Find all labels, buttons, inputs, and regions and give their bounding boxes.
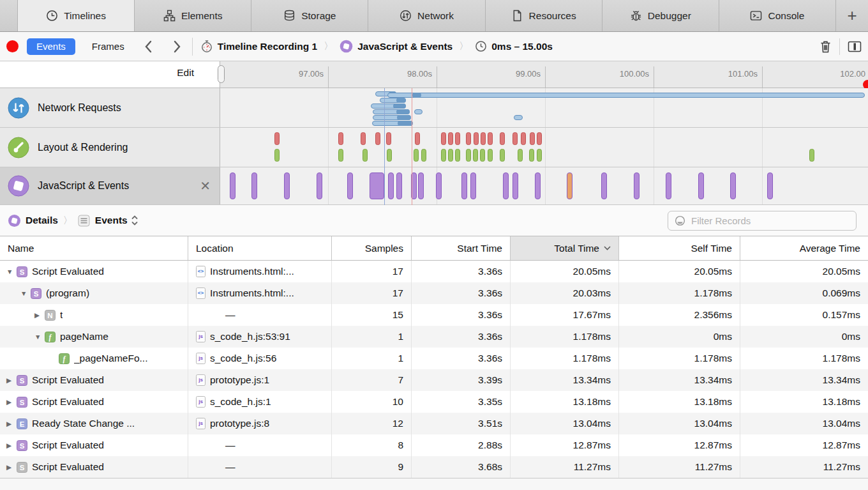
disclosure-triangle-icon[interactable]: ▶ [34, 311, 45, 319]
forward-button[interactable] [172, 40, 182, 54]
overview-row-network[interactable]: Network Requests [0, 88, 868, 128]
breadcrumb-item[interactable]: Timeline Recording 1 [200, 40, 317, 53]
layout-event-bar [386, 132, 391, 145]
details-sidebar-toggle-button[interactable] [848, 41, 862, 52]
column-header-average-time[interactable]: Average Time [740, 236, 868, 260]
clear-timeline-button[interactable] [819, 40, 832, 54]
cell-location[interactable]: jss_code_h.js:1 [188, 391, 332, 413]
column-header-name[interactable]: Name [0, 236, 188, 260]
disclosure-triangle-icon[interactable]: ▶ [6, 376, 17, 384]
table-row[interactable]: ▶SScript Evaluated—82.88s12.87ms12.87ms1… [0, 434, 868, 456]
disclosure-triangle-icon[interactable]: ▶ [6, 398, 17, 406]
js-file-icon: js [196, 374, 206, 386]
cell-samples: 12 [332, 413, 412, 434]
overview-row-label: Layout & Rendering [38, 142, 128, 153]
overview-sidebar-cell[interactable]: JavaScript & Events✕ [0, 167, 220, 204]
column-header-start-time[interactable]: Start Time [412, 236, 511, 260]
record-button[interactable] [6, 40, 19, 52]
layout-event-bar [537, 132, 542, 145]
column-header-samples[interactable]: Samples [332, 236, 412, 260]
cell-location[interactable]: jsprototype.js:1 [188, 369, 332, 391]
overview-row-layout[interactable]: Layout & Rendering [0, 128, 868, 167]
inspector-tab-bar: TimelinesElementsStorageNetworkResources… [0, 0, 868, 32]
tab-elements[interactable]: Elements [135, 0, 251, 31]
events-toggle-button[interactable]: Events [27, 38, 75, 55]
ruler-tick-line [437, 66, 437, 88]
table-row[interactable]: ▼fpageNamejss_code_h.js:53:9113.36s1.178… [0, 326, 868, 348]
table-row[interactable]: ▶EReady State Change ...jsprototype.js:8… [0, 413, 868, 434]
paint-event-bar [529, 149, 534, 162]
table-row[interactable]: ▶SScript Evaluatedjss_code_h.js:1103.35s… [0, 391, 868, 413]
tab-console[interactable]: Console [719, 0, 836, 31]
table-row[interactable]: ▶SScript Evaluated—93.68s11.27ms11.27ms1… [0, 456, 868, 478]
disclosure-triangle-icon[interactable]: ▼ [20, 289, 31, 297]
table-row[interactable]: ▼S(program)<>Instruments.html:...173.36s… [0, 282, 868, 304]
back-button[interactable] [144, 40, 153, 54]
cell-location[interactable]: <>Instruments.html:... [188, 261, 332, 282]
breadcrumb-item[interactable]: 0ms – 15.00s [475, 40, 553, 52]
table-header: NameLocationSamplesStart TimeTotal TimeS… [0, 236, 868, 261]
tab-bar-spacer [0, 0, 18, 31]
overview-sidebar-cell[interactable]: Network Requests [0, 88, 220, 127]
disclosure-triangle-icon[interactable]: ▶ [6, 420, 17, 427]
frames-toggle-button[interactable]: Frames [92, 41, 124, 52]
overview-sidebar-cell[interactable]: Layout & Rendering [0, 128, 220, 167]
cell-avg: 0.157ms [740, 304, 868, 326]
ruler-tick-line [545, 66, 546, 88]
tab-label: Resources [529, 10, 576, 22]
script-event-bar [370, 172, 384, 199]
tab-network[interactable]: Network [368, 0, 485, 31]
disclosure-triangle-icon[interactable]: ▶ [6, 441, 17, 449]
tab-label: Console [768, 10, 804, 22]
edit-instruments-button[interactable]: Edit [177, 67, 194, 79]
event-type-badge: S [31, 288, 41, 299]
table-row[interactable]: ▶SScript Evaluatedjsprototype.js:173.39s… [0, 369, 868, 391]
sort-descending-icon [604, 246, 611, 250]
table-row[interactable]: f_pageNameFo...jss_code_h.js:5613.36s1.1… [0, 348, 868, 369]
cell-location[interactable]: jsprototype.js:8 [188, 413, 332, 434]
close-instrument-icon[interactable]: ✕ [200, 180, 211, 192]
view-mode-selector[interactable]: Events [95, 215, 128, 226]
disclosure-triangle-icon[interactable]: ▶ [6, 463, 17, 471]
paint-event-bar [414, 149, 419, 162]
cell-location[interactable]: jss_code_h.js:56 [188, 348, 332, 369]
column-header-self-time[interactable]: Self Time [619, 236, 740, 260]
event-type-badge: S [17, 375, 27, 386]
column-header-label: Self Time [691, 243, 732, 254]
new-tab-button[interactable]: + [836, 0, 868, 31]
plus-icon: + [847, 6, 857, 26]
disclosure-triangle-icon[interactable]: ▼ [6, 268, 17, 275]
cell-name: ▼SScript Evaluated [0, 261, 188, 282]
tab-timelines[interactable]: Timelines [18, 0, 135, 31]
event-type-badge: S [17, 397, 27, 408]
tab-storage[interactable]: Storage [251, 0, 368, 31]
cell-total: 13.18ms [511, 391, 619, 413]
layout-event-bar [375, 132, 380, 145]
selection-start-handle[interactable] [218, 65, 225, 83]
tab-debugger[interactable]: Debugger [602, 0, 719, 31]
ruler-tick-line [762, 66, 763, 88]
overview-row-javascript[interactable]: JavaScript & Events✕ [0, 167, 868, 205]
disclosure-triangle-icon[interactable]: ▼ [34, 333, 45, 341]
cell-location[interactable]: jss_code_h.js:53:91 [188, 326, 332, 348]
column-header-label: Start Time [457, 243, 502, 254]
details-label: Details [26, 215, 58, 226]
ruler-tick-label: 101.00s [728, 69, 758, 79]
overview-row-label: JavaScript & Events [38, 180, 129, 192]
gridline [328, 88, 329, 127]
view-mode-chevrons-icon[interactable] [131, 215, 138, 226]
cell-location: — [188, 304, 332, 326]
filter-records-field[interactable] [668, 211, 857, 231]
tab-resources[interactable]: Resources [486, 0, 602, 31]
event-name: Script Evaluated [32, 440, 104, 451]
timeline-ruler[interactable]: 97.00s98.00s99.00s100.00s101.00s102.00 E… [0, 61, 868, 88]
filter-records-input[interactable] [691, 215, 838, 226]
cell-location[interactable]: <>Instruments.html:... [188, 282, 332, 304]
table-row[interactable]: ▶Nt—153.36s17.67ms2.356ms0.157ms [0, 304, 868, 326]
column-header-location[interactable]: Location [188, 236, 332, 260]
table-row[interactable]: ▼SScript Evaluated<>Instruments.html:...… [0, 261, 868, 282]
breadcrumb-item[interactable]: JavaScript & Events [340, 40, 453, 53]
layout-event-bar [521, 132, 526, 145]
timeline-graph-area [220, 128, 868, 167]
column-header-total-time[interactable]: Total Time [511, 236, 619, 260]
